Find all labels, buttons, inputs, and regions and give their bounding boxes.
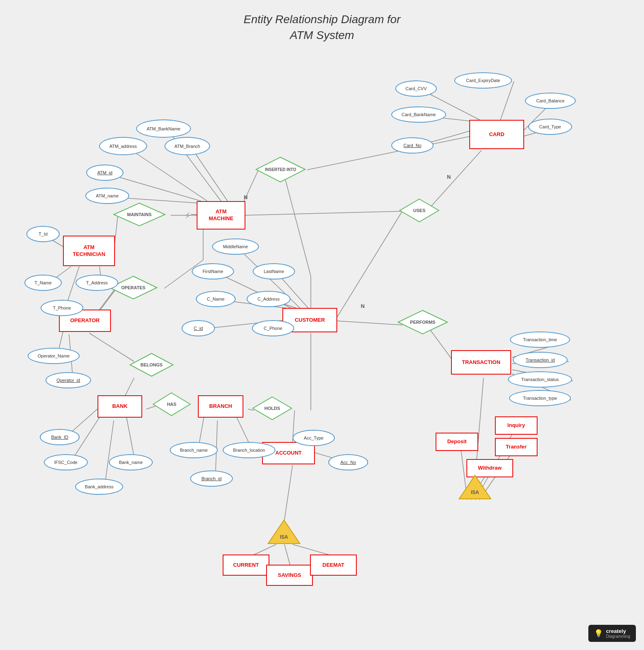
attr-lastname: LastName — [253, 263, 295, 280]
attr-c-id: C_id — [182, 320, 215, 336]
entity-deemat: DEEMAT — [310, 555, 357, 576]
svg-text:ISA: ISA — [471, 490, 479, 495]
attr-middlename: MiddleName — [212, 238, 259, 255]
attr-acc-type: Acc_Type — [293, 430, 335, 446]
svg-text:N: N — [244, 194, 247, 200]
svg-line-22 — [104, 420, 114, 488]
diagram-container: Entity Relationship Diagram for ATM Syst… — [0, 0, 644, 650]
svg-line-57 — [244, 211, 402, 215]
entity-current: CURRENT — [223, 555, 269, 576]
rel-maintains: MAINTAINS — [113, 202, 166, 227]
attr-operator-name: Operator_Name — [28, 348, 80, 364]
svg-marker-84 — [459, 475, 491, 499]
attr-t-phone: T_Phone — [41, 300, 83, 316]
watermark-sub: Diagramming — [606, 634, 630, 639]
attr-branch-id: Branch_id — [190, 470, 233, 487]
attr-atm-bankname: ATM_BankName — [136, 119, 191, 138]
rel-holds: HOLDS — [252, 396, 293, 420]
isa-transaction: ISA — [458, 474, 492, 500]
entity-transfer: Transfer — [495, 438, 538, 456]
attr-card-type: Card_Type — [528, 119, 572, 135]
attr-trans-time: Transaction_time — [510, 332, 570, 348]
attr-atm-id: ATM_id — [86, 165, 124, 181]
attr-bank-name: Bank_name — [109, 454, 153, 470]
entity-savings: SAVINGS — [266, 565, 313, 586]
watermark-brand: creately — [606, 628, 626, 634]
entity-bank: BANK — [98, 395, 142, 418]
entity-transaction: TRANSACTION — [451, 350, 511, 375]
attr-branch-name: Branch_name — [170, 442, 218, 458]
attr-c-name: C_Name — [196, 291, 236, 307]
attr-atm-branch: ATM_Branch — [165, 137, 210, 155]
svg-line-34 — [284, 544, 291, 567]
attr-t-address: T_Address — [76, 275, 118, 291]
isa-account: ISA — [267, 519, 301, 544]
attr-operator-id: Operator_id — [46, 372, 91, 388]
rel-has: HAS — [152, 392, 191, 416]
attr-trans-status: Transaction_status — [508, 371, 572, 388]
svg-line-1 — [127, 147, 207, 201]
svg-line-48 — [307, 136, 471, 170]
watermark-icon: 💡 — [594, 629, 603, 638]
svg-line-73 — [186, 215, 189, 218]
svg-line-72 — [186, 213, 189, 215]
entity-branch: BRANCH — [198, 395, 243, 418]
entity-atm-technician: ATM TECHNICIAN — [63, 236, 115, 266]
rel-uses: USES — [399, 198, 440, 223]
entity-card: CARD — [469, 120, 524, 149]
attr-t-id: T_Id — [26, 226, 60, 242]
diagram-title: Entity Relationship Diagram for ATM Syst… — [0, 11, 644, 43]
attr-card-balance: Card_Balance — [525, 93, 576, 109]
rel-belongs: BELONGS — [129, 353, 174, 377]
svg-line-17 — [89, 333, 134, 362]
attr-atm-name: ATM_name — [85, 188, 129, 204]
attr-trans-id: Transaction_id — [513, 352, 568, 368]
attr-ifsc-code: IFSC_Code — [44, 454, 88, 470]
attr-bank-address: Bank_address — [75, 479, 123, 495]
svg-line-46 — [283, 170, 311, 276]
entity-deposit: Deposit — [436, 433, 478, 451]
attr-card-bankname: Card_BankName — [391, 106, 446, 123]
attr-acc-no: Acc_No — [328, 454, 368, 470]
entity-inquiry: Inquiry — [495, 416, 538, 435]
svg-marker-82 — [268, 520, 300, 544]
svg-line-50 — [500, 81, 514, 122]
attr-c-phone: C_Phone — [252, 320, 294, 336]
attr-card-cvv: Card_CVV — [395, 80, 437, 97]
attr-card-expiry: Card_ExpiryDate — [454, 72, 512, 89]
attr-t-name: T_Name — [24, 275, 62, 291]
svg-line-32 — [284, 465, 293, 520]
svg-line-56 — [337, 211, 402, 317]
rel-performs: PERFORMS — [397, 310, 448, 335]
svg-line-2 — [191, 147, 228, 201]
svg-line-44 — [337, 321, 402, 325]
attr-c-address: C_Address — [247, 291, 291, 307]
attr-bank-id: Bank_ID — [40, 429, 80, 445]
attr-firstname: FirstName — [192, 263, 234, 280]
svg-text:N: N — [361, 303, 364, 309]
attr-atm-address: ATM_address — [99, 137, 147, 155]
rel-inserted-into: INSERTED INTO — [255, 156, 306, 183]
svg-text:ISA: ISA — [280, 534, 288, 540]
entity-atm-machine: ATM MACHINE — [197, 201, 245, 230]
attr-card-no: Card_No — [391, 137, 434, 154]
svg-text:N: N — [447, 174, 451, 180]
watermark: 💡 creately Diagramming — [588, 625, 636, 642]
attr-trans-type: Transaction_type — [509, 390, 571, 406]
attr-branch-location: Branch_location — [223, 442, 275, 458]
